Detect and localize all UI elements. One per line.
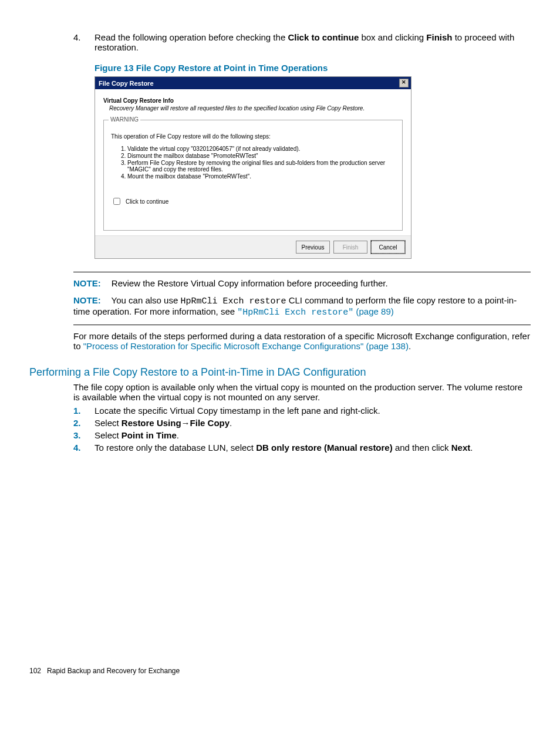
step-4-number: 4. — [73, 32, 95, 52]
dag-step-2: 2. Select Restore Using→File Copy. — [73, 418, 531, 428]
step-4-item: 4. Read the following operation before c… — [73, 32, 531, 52]
detail-link[interactable]: "Process of Restoration for Specific Mic… — [83, 341, 409, 351]
previous-button[interactable]: Previous — [296, 241, 330, 254]
step-4-body: Read the following operation before chec… — [95, 32, 531, 52]
warning-steps-list: Validate the virtual copy "032012064057"… — [127, 146, 395, 180]
dag-step-4-db-only: DB only restore (Manual restore) — [256, 443, 393, 453]
dag-step-4-mid: and then click — [393, 443, 451, 453]
virtual-copy-info-text: Recovery Manager will restore all reques… — [103, 105, 403, 112]
note-2-label: NOTE: — [73, 295, 101, 305]
page-footer: 102 Rapid Backup and Recovery for Exchan… — [29, 667, 180, 675]
step-4-bold-continue: Click to continue — [288, 32, 359, 42]
note-2-link-cmd[interactable]: "HpRmCli Exch restore" — [237, 308, 353, 318]
dag-step-4-post: . — [470, 443, 473, 453]
dag-step-4-num: 4. — [73, 443, 95, 453]
dag-step-1-num: 1. — [73, 406, 95, 416]
dialog-button-bar: Previous Finish Cancel — [95, 235, 411, 258]
dag-step-3-point-in-time: Point in Time — [122, 430, 177, 440]
dag-step-3: 3. Select Point in Time. — [73, 430, 531, 440]
detail-paragraph: For more details of the steps performed … — [73, 331, 531, 351]
figure-13-caption: Figure 13 File Copy Restore at Point in … — [95, 63, 531, 73]
dag-step-2-file-copy: File Copy — [190, 418, 230, 428]
dialog-title: File Copy Restore — [99, 80, 154, 87]
close-icon[interactable]: ✕ — [399, 79, 409, 87]
note-2-link-page[interactable]: (page 89) — [353, 306, 393, 316]
warning-legend: WARNING — [109, 116, 140, 123]
file-copy-restore-dialog: File Copy Restore ✕ Virtual Copy Restore… — [95, 76, 411, 259]
dag-step-2-arrow: → — [181, 418, 190, 428]
section-heading-dag: Performing a File Copy Restore to a Poin… — [29, 366, 531, 379]
dag-step-3-post: . — [177, 430, 179, 440]
note-2-cmd: HpRmCli Exch restore — [180, 296, 286, 306]
finish-button[interactable]: Finish — [333, 241, 367, 254]
warning-step-3: Perform File Copy Restore by removing th… — [127, 160, 395, 173]
cancel-button[interactable]: Cancel — [371, 241, 405, 254]
note-1: NOTE: Review the Restore Virtual Copy in… — [73, 278, 531, 288]
dag-step-1: 1. Locate the specific Virtual Copy time… — [73, 406, 531, 416]
section-intro: The file copy option is available only w… — [73, 382, 531, 402]
dag-step-2-num: 2. — [73, 418, 95, 428]
note-1-text: Review the Restore Virtual Copy informat… — [112, 278, 388, 288]
dag-step-1-text: Locate the specific Virtual Copy timesta… — [95, 406, 531, 416]
click-to-continue-checkbox[interactable] — [113, 198, 120, 205]
step-4-text-mid: box and clicking — [359, 32, 426, 42]
warning-step-4: Mount the mailbox database "PromoteRWTes… — [127, 173, 395, 180]
detail-post: . — [409, 341, 411, 351]
dag-step-4: 4. To restore only the database LUN, sel… — [73, 443, 531, 453]
dag-step-2-pre: Select — [95, 418, 122, 428]
dag-step-4-pre: To restore only the database LUN, select — [95, 443, 256, 453]
dag-step-3-num: 3. — [73, 430, 95, 440]
note-1-label: NOTE: — [73, 278, 101, 288]
dialog-titlebar: File Copy Restore ✕ — [95, 77, 411, 89]
note-2: NOTE: You can also use HpRmCli Exch rest… — [73, 295, 531, 318]
dag-step-2-post: . — [230, 418, 232, 428]
dag-step-3-pre: Select — [95, 430, 122, 440]
step-4-bold-finish: Finish — [426, 32, 452, 42]
warning-fieldset: WARNING This operation of File Copy rest… — [103, 120, 403, 231]
dag-step-2-restore-using: Restore Using — [122, 418, 181, 428]
page-number: 102 — [29, 667, 41, 675]
step-4-text-pre: Read the following operation before chec… — [95, 32, 288, 42]
chapter-title: Rapid Backup and Recovery for Exchange — [47, 667, 180, 675]
virtual-copy-info-title: Virtual Copy Restore Info — [103, 97, 403, 104]
warning-step-2: Dismount the mailbox database "PromoteRW… — [127, 153, 395, 159]
warning-intro: This operation of File Copy restore will… — [111, 133, 395, 140]
dag-step-4-next: Next — [451, 443, 471, 453]
note-2-pre: You can also use — [112, 295, 181, 305]
click-to-continue-label: Click to continue — [126, 198, 168, 205]
warning-step-1: Validate the virtual copy "032012064057"… — [127, 146, 395, 152]
